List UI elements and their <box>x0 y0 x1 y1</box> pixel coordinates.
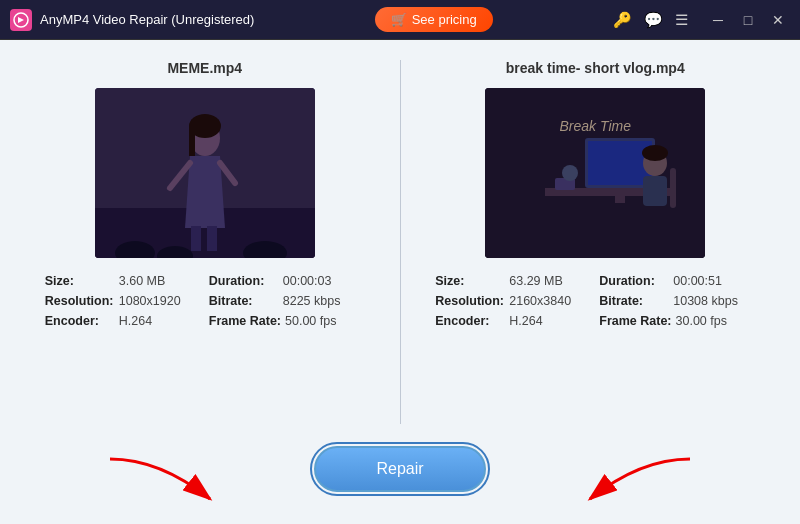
pricing-label: See pricing <box>412 12 477 27</box>
left-size-value: 3.60 MB <box>119 274 166 288</box>
titlebar: AnyMP4 Video Repair (Unregistered) 🛒 See… <box>0 0 800 40</box>
svg-rect-16 <box>588 141 652 185</box>
titlebar-right: 🔑 💬 ☰ ─ □ ✕ <box>613 6 792 34</box>
right-bitrate-value: 10308 kbps <box>673 294 738 308</box>
left-encoder-col: Encoder: H.264 <box>45 314 201 328</box>
app-logo <box>10 9 32 31</box>
right-resolution-label: Resolution: <box>435 294 505 308</box>
left-arrow <box>100 449 230 509</box>
right-video-thumbnail: Break Time <box>485 88 705 258</box>
svg-point-23 <box>562 165 578 181</box>
svg-rect-5 <box>189 126 195 156</box>
left-video-thumbnail <box>95 88 315 258</box>
left-duration-value: 00:00:03 <box>283 274 332 288</box>
content-area: MEME.mp4 <box>0 40 800 434</box>
right-row-size-duration: Size: 63.29 MB Duration: 00:00:51 <box>435 274 755 288</box>
titlebar-left: AnyMP4 Video Repair (Unregistered) <box>10 9 254 31</box>
left-framerate-col: Frame Rate: 50.00 fps <box>209 314 365 328</box>
right-video-scene: Break Time <box>485 88 705 258</box>
right-framerate-value: 30.00 fps <box>676 314 727 328</box>
right-duration-value: 00:00:51 <box>673 274 722 288</box>
left-bitrate-value: 8225 kbps <box>283 294 341 308</box>
right-bitrate-label: Bitrate: <box>599 294 669 308</box>
right-row-enc-fps: Encoder: H.264 Frame Rate: 30.00 fps <box>435 314 755 328</box>
chat-icon[interactable]: 💬 <box>644 11 663 29</box>
svg-rect-17 <box>615 188 625 203</box>
right-scene-svg <box>485 88 705 258</box>
right-encoder-value: H.264 <box>509 314 542 328</box>
cart-icon: 🛒 <box>391 12 407 27</box>
left-resolution-value: 1080x1920 <box>119 294 181 308</box>
right-duration-col: Duration: 00:00:51 <box>599 274 755 288</box>
svg-point-19 <box>642 145 668 161</box>
left-row-res-bitrate: Resolution: 1080x1920 Bitrate: 8225 kbps <box>45 294 365 308</box>
key-icon[interactable]: 🔑 <box>613 11 632 29</box>
repair-button-container: Repair <box>314 446 485 492</box>
right-size-label: Size: <box>435 274 505 288</box>
close-button[interactable]: ✕ <box>764 6 792 34</box>
left-row-enc-fps: Encoder: H.264 Frame Rate: 50.00 fps <box>45 314 365 328</box>
svg-rect-21 <box>670 168 676 208</box>
left-scene-svg <box>95 88 315 258</box>
maximize-button[interactable]: □ <box>734 6 762 34</box>
left-video-title: MEME.mp4 <box>167 60 242 76</box>
left-info-table: Size: 3.60 MB Duration: 00:00:03 Resolut… <box>45 274 365 334</box>
left-resolution-label: Resolution: <box>45 294 115 308</box>
left-encoder-value: H.264 <box>119 314 152 328</box>
panel-divider <box>400 60 401 424</box>
right-resolution-col: Resolution: 2160x3840 <box>435 294 591 308</box>
svg-rect-8 <box>191 226 201 251</box>
svg-rect-20 <box>643 176 667 206</box>
window-controls: ─ □ ✕ <box>704 6 792 34</box>
right-framerate-label: Frame Rate: <box>599 314 671 328</box>
right-row-res-bitrate: Resolution: 2160x3840 Bitrate: 10308 kbp… <box>435 294 755 308</box>
left-duration-label: Duration: <box>209 274 279 288</box>
break-time-text: Break Time <box>560 118 631 134</box>
titlebar-center: 🛒 See pricing <box>375 7 493 32</box>
right-framerate-col: Frame Rate: 30.00 fps <box>599 314 755 328</box>
right-size-value: 63.29 MB <box>509 274 563 288</box>
right-resolution-value: 2160x3840 <box>509 294 571 308</box>
minimize-button[interactable]: ─ <box>704 6 732 34</box>
right-video-panel: break time- short vlog.mp4 <box>421 60 771 424</box>
left-video-panel: MEME.mp4 <box>30 60 380 424</box>
left-bitrate-col: Bitrate: 8225 kbps <box>209 294 365 308</box>
main-content: MEME.mp4 <box>0 40 800 524</box>
left-size-col: Size: 3.60 MB <box>45 274 201 288</box>
menu-icon[interactable]: ☰ <box>675 11 688 29</box>
left-framerate-label: Frame Rate: <box>209 314 281 328</box>
right-bitrate-col: Bitrate: 10308 kbps <box>599 294 755 308</box>
right-duration-label: Duration: <box>599 274 669 288</box>
left-framerate-value: 50.00 fps <box>285 314 336 328</box>
left-bitrate-label: Bitrate: <box>209 294 279 308</box>
left-video-scene <box>95 88 315 258</box>
right-video-title: break time- short vlog.mp4 <box>506 60 685 76</box>
svg-rect-9 <box>207 226 217 251</box>
app-title: AnyMP4 Video Repair (Unregistered) <box>40 12 254 27</box>
bottom-area: Repair <box>0 434 800 524</box>
left-duration-col: Duration: 00:00:03 <box>209 274 365 288</box>
right-info-table: Size: 63.29 MB Duration: 00:00:51 Resolu… <box>435 274 755 334</box>
right-encoder-label: Encoder: <box>435 314 505 328</box>
repair-button[interactable]: Repair <box>314 446 485 492</box>
right-encoder-col: Encoder: H.264 <box>435 314 591 328</box>
left-resolution-col: Resolution: 1080x1920 <box>45 294 201 308</box>
left-encoder-label: Encoder: <box>45 314 115 328</box>
left-row-size-duration: Size: 3.60 MB Duration: 00:00:03 <box>45 274 365 288</box>
left-size-label: Size: <box>45 274 115 288</box>
right-arrow <box>570 449 700 509</box>
pricing-button[interactable]: 🛒 See pricing <box>375 7 493 32</box>
right-size-col: Size: 63.29 MB <box>435 274 591 288</box>
